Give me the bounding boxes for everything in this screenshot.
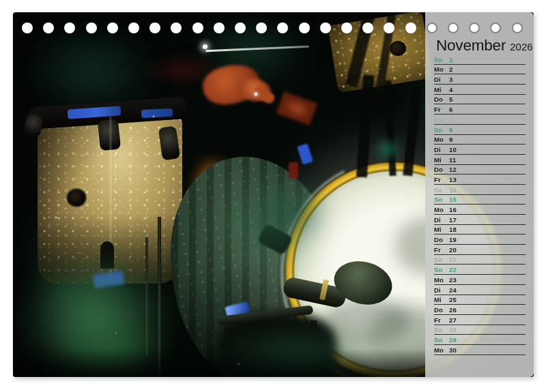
- day-number: 8: [449, 127, 460, 134]
- day-number: 9: [449, 136, 460, 143]
- binding-hole: [299, 22, 310, 33]
- day-number: 21: [449, 256, 460, 263]
- day-row: Do19: [434, 235, 526, 245]
- day-row: Mo30: [434, 345, 526, 355]
- day-row: Mi11: [434, 155, 526, 165]
- day-row: Sa21: [434, 255, 526, 265]
- day-abbr: Mi: [434, 297, 446, 303]
- day-number: 10: [449, 147, 460, 153]
- day-abbr: So: [434, 337, 446, 344]
- day-abbr: Mi: [434, 226, 446, 233]
- day-abbr: Sa: [434, 327, 446, 333]
- day-number: 18: [449, 226, 460, 233]
- day-abbr: Mo: [434, 347, 446, 354]
- binding-hole: [235, 22, 246, 33]
- day-abbr: Di: [434, 147, 446, 153]
- day-row: Di3: [434, 74, 526, 85]
- day-abbr: Fr: [434, 106, 446, 113]
- day-abbr: Fr: [434, 177, 446, 183]
- day-abbr: Do: [434, 96, 446, 103]
- binding-hole: [128, 22, 139, 33]
- day-abbr: Do: [434, 307, 446, 314]
- day-row: Do12: [434, 165, 526, 175]
- day-abbr: Do: [434, 166, 446, 173]
- day-row: Fr6: [434, 104, 526, 115]
- day-abbr: Mo: [434, 136, 446, 143]
- day-row: Mi18: [434, 225, 526, 235]
- day-abbr: Mo: [434, 66, 446, 73]
- day-abbr: So: [434, 57, 446, 63]
- day-number: 29: [449, 337, 460, 344]
- day-number: 23: [449, 277, 460, 284]
- day-abbr: So: [434, 196, 446, 203]
- day-row: Do5: [434, 95, 526, 105]
- product-photo-page: November 2026 So1Mo2Di3Mi4Do5Fr6Sa7So8Mo…: [0, 0, 546, 392]
- day-number: 26: [449, 307, 460, 314]
- day-abbr: Mi: [434, 87, 446, 93]
- day-abbr: Mi: [434, 157, 446, 164]
- binding-hole: [320, 22, 331, 33]
- day-row: Fr13: [434, 175, 526, 185]
- day-number: 27: [449, 317, 460, 324]
- month-name: November: [436, 37, 506, 55]
- day-row: Mo16: [434, 205, 526, 215]
- day-number: 25: [449, 297, 460, 303]
- day-abbr: Di: [434, 287, 446, 294]
- year-label: 2026: [510, 41, 532, 52]
- day-number: 6: [449, 106, 460, 113]
- day-row: Sa14: [434, 185, 526, 195]
- panel-title: November 2026: [436, 37, 533, 55]
- day-number: 22: [449, 267, 460, 273]
- day-abbr: Mo: [434, 277, 446, 284]
- calendar-sheet: November 2026 So1Mo2Di3Mi4Do5Fr6Sa7So8Mo…: [13, 12, 534, 377]
- day-abbr: Di: [434, 76, 446, 83]
- binding-hole: [192, 22, 203, 33]
- binding-hole: [107, 22, 118, 33]
- day-abbr: Sa: [434, 117, 446, 123]
- day-number: 2: [449, 66, 460, 73]
- binding-hole: [512, 22, 523, 33]
- day-row: Mo9: [434, 135, 526, 145]
- day-row: Fr27: [434, 315, 526, 325]
- day-number: 17: [449, 217, 460, 224]
- day-number: 13: [449, 177, 460, 183]
- binding-hole: [341, 22, 352, 33]
- day-row: So22: [434, 265, 526, 275]
- binding-hole: [214, 22, 225, 33]
- day-row: Mo23: [434, 275, 526, 285]
- day-number: 19: [449, 237, 460, 243]
- day-abbr: Fr: [434, 317, 446, 324]
- day-number: 5: [449, 96, 460, 103]
- day-row: Do26: [434, 305, 526, 315]
- day-row: Mo2: [434, 65, 526, 75]
- binding-hole: [22, 22, 33, 33]
- day-row: Di10: [434, 145, 526, 155]
- day-abbr: Sa: [434, 256, 446, 263]
- day-number: 12: [449, 166, 460, 173]
- day-number: 30: [449, 347, 460, 354]
- day-number: 16: [449, 207, 460, 213]
- binding-hole: [448, 22, 459, 33]
- day-row: So15: [434, 195, 526, 205]
- day-row: Sa28: [434, 325, 526, 335]
- day-row: So29: [434, 335, 526, 345]
- day-row: Di24: [434, 285, 526, 295]
- day-abbr: Di: [434, 217, 446, 224]
- day-number: 4: [449, 87, 460, 93]
- day-row: Fr20: [434, 245, 526, 255]
- day-abbr: Sa: [434, 187, 446, 194]
- day-number: 24: [449, 287, 460, 294]
- day-row: Mi4: [434, 85, 526, 95]
- day-row: Di17: [434, 215, 526, 225]
- binding-hole: [427, 22, 437, 33]
- day-number: 20: [449, 247, 460, 254]
- day-row: Sa7: [434, 115, 526, 125]
- day-row: So8: [434, 125, 526, 135]
- day-number: 1: [449, 57, 460, 63]
- day-abbr: Do: [434, 237, 446, 243]
- date-panel: November 2026 So1Mo2Di3Mi4Do5Fr6Sa7So8Mo…: [425, 12, 534, 377]
- day-abbr: Mo: [434, 207, 446, 213]
- day-row: Mi25: [434, 295, 526, 305]
- day-abbr: So: [434, 267, 446, 273]
- day-number: 11: [449, 157, 460, 164]
